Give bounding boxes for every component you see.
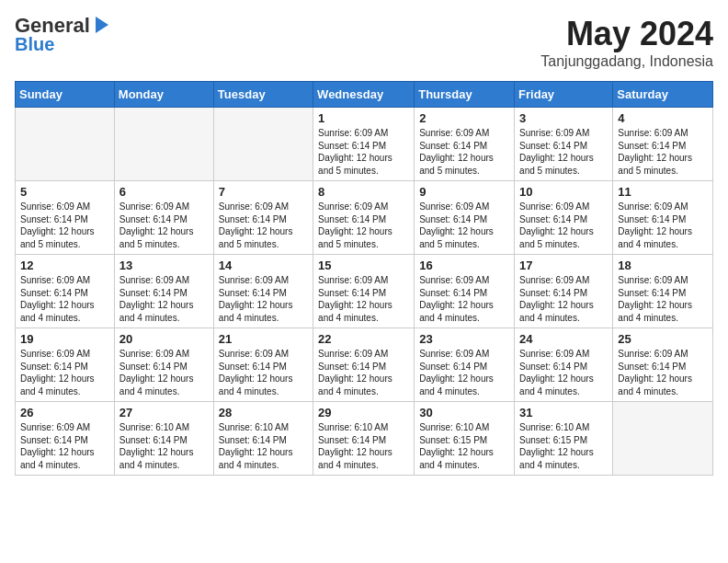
calendar-cell: 14Sunrise: 6:09 AM Sunset: 6:14 PM Dayli… [213,255,313,328]
day-number: 23 [419,332,509,346]
day-number: 31 [519,406,608,419]
calendar-week-2: 5Sunrise: 6:09 AM Sunset: 6:14 PM Daylig… [16,181,713,255]
day-number: 18 [618,259,708,272]
day-number: 3 [519,111,608,125]
weekday-header-saturday: Saturday [613,82,713,108]
day-info: Sunrise: 6:09 AM Sunset: 6:14 PM Dayligh… [20,201,109,250]
day-number: 4 [618,111,708,125]
calendar-cell: 13Sunrise: 6:09 AM Sunset: 6:14 PM Dayli… [114,255,213,328]
calendar-cell: 24Sunrise: 6:09 AM Sunset: 6:14 PM Dayli… [515,328,613,402]
day-info: Sunrise: 6:09 AM Sunset: 6:14 PM Dayligh… [119,201,209,250]
day-number: 14 [219,259,308,272]
weekday-header-tuesday: Tuesday [213,82,313,108]
calendar-cell: 11Sunrise: 6:09 AM Sunset: 6:14 PM Dayli… [613,181,713,255]
weekday-header-sunday: Sunday [16,82,115,108]
day-info: Sunrise: 6:09 AM Sunset: 6:14 PM Dayligh… [20,421,109,471]
day-number: 27 [119,406,209,419]
day-number: 7 [219,185,308,199]
calendar-cell: 20Sunrise: 6:09 AM Sunset: 6:14 PM Dayli… [114,328,213,402]
day-number: 13 [119,259,209,272]
day-info: Sunrise: 6:09 AM Sunset: 6:14 PM Dayligh… [119,348,209,397]
calendar-cell [613,402,713,476]
calendar-cell: 6Sunrise: 6:09 AM Sunset: 6:14 PM Daylig… [114,181,213,255]
calendar-cell [114,108,213,181]
calendar-cell: 21Sunrise: 6:09 AM Sunset: 6:14 PM Dayli… [213,328,313,402]
day-info: Sunrise: 6:09 AM Sunset: 6:14 PM Dayligh… [20,348,109,397]
calendar-week-5: 26Sunrise: 6:09 AM Sunset: 6:14 PM Dayli… [16,402,713,476]
day-info: Sunrise: 6:09 AM Sunset: 6:14 PM Dayligh… [318,127,409,177]
calendar-cell: 1Sunrise: 6:09 AM Sunset: 6:14 PM Daylig… [313,108,415,181]
calendar-cell: 18Sunrise: 6:09 AM Sunset: 6:14 PM Dayli… [613,255,713,328]
calendar-cell [213,108,313,181]
day-number: 15 [318,259,409,272]
day-info: Sunrise: 6:10 AM Sunset: 6:15 PM Dayligh… [419,421,509,471]
svg-marker-0 [96,17,108,33]
day-number: 19 [20,332,109,346]
day-info: Sunrise: 6:09 AM Sunset: 6:14 PM Dayligh… [618,274,708,324]
day-info: Sunrise: 6:09 AM Sunset: 6:14 PM Dayligh… [419,274,509,324]
day-info: Sunrise: 6:09 AM Sunset: 6:14 PM Dayligh… [519,127,608,177]
day-number: 9 [419,185,509,199]
calendar-cell: 9Sunrise: 6:09 AM Sunset: 6:14 PM Daylig… [415,181,515,255]
calendar-week-3: 12Sunrise: 6:09 AM Sunset: 6:14 PM Dayli… [16,255,713,328]
calendar-cell: 29Sunrise: 6:10 AM Sunset: 6:14 PM Dayli… [313,402,415,476]
day-number: 21 [219,332,308,346]
day-info: Sunrise: 6:09 AM Sunset: 6:14 PM Dayligh… [419,127,509,177]
calendar-cell: 26Sunrise: 6:09 AM Sunset: 6:14 PM Dayli… [16,402,115,476]
day-info: Sunrise: 6:09 AM Sunset: 6:14 PM Dayligh… [519,348,608,397]
day-number: 12 [20,259,109,272]
calendar-cell: 22Sunrise: 6:09 AM Sunset: 6:14 PM Dayli… [313,328,415,402]
calendar-cell: 5Sunrise: 6:09 AM Sunset: 6:14 PM Daylig… [16,181,115,255]
day-info: Sunrise: 6:09 AM Sunset: 6:14 PM Dayligh… [618,348,708,397]
day-number: 30 [419,406,509,419]
day-number: 8 [318,185,409,199]
calendar-cell [16,108,115,181]
calendar-week-4: 19Sunrise: 6:09 AM Sunset: 6:14 PM Dayli… [16,328,713,402]
day-info: Sunrise: 6:09 AM Sunset: 6:14 PM Dayligh… [219,348,308,397]
calendar-cell: 30Sunrise: 6:10 AM Sunset: 6:15 PM Dayli… [415,402,515,476]
day-info: Sunrise: 6:10 AM Sunset: 6:15 PM Dayligh… [519,421,608,471]
calendar-cell: 3Sunrise: 6:09 AM Sunset: 6:14 PM Daylig… [515,108,613,181]
page-header: General Blue May 2024 Tanjunggadang, Ind… [15,15,713,70]
calendar-table: SundayMondayTuesdayWednesdayThursdayFrid… [15,81,713,476]
day-info: Sunrise: 6:09 AM Sunset: 6:14 PM Dayligh… [519,201,608,250]
day-number: 2 [419,111,509,125]
calendar-cell: 28Sunrise: 6:10 AM Sunset: 6:14 PM Dayli… [213,402,313,476]
month-title: May 2024 [540,15,713,53]
calendar-cell: 12Sunrise: 6:09 AM Sunset: 6:14 PM Dayli… [16,255,115,328]
day-number: 17 [519,259,608,272]
day-info: Sunrise: 6:09 AM Sunset: 6:14 PM Dayligh… [20,274,109,324]
day-info: Sunrise: 6:09 AM Sunset: 6:14 PM Dayligh… [318,348,409,397]
calendar-cell: 2Sunrise: 6:09 AM Sunset: 6:14 PM Daylig… [415,108,515,181]
day-info: Sunrise: 6:09 AM Sunset: 6:14 PM Dayligh… [419,348,509,397]
calendar-cell: 8Sunrise: 6:09 AM Sunset: 6:14 PM Daylig… [313,181,415,255]
day-info: Sunrise: 6:09 AM Sunset: 6:14 PM Dayligh… [419,201,509,250]
day-number: 5 [20,185,109,199]
day-info: Sunrise: 6:09 AM Sunset: 6:14 PM Dayligh… [119,274,209,324]
day-number: 28 [219,406,308,419]
day-info: Sunrise: 6:10 AM Sunset: 6:14 PM Dayligh… [219,421,308,471]
weekday-header-thursday: Thursday [415,82,515,108]
weekday-header-friday: Friday [515,82,613,108]
day-info: Sunrise: 6:09 AM Sunset: 6:14 PM Dayligh… [618,201,708,250]
weekday-header-wednesday: Wednesday [313,82,415,108]
calendar-cell: 7Sunrise: 6:09 AM Sunset: 6:14 PM Daylig… [213,181,313,255]
logo-blue: Blue [15,34,110,55]
day-info: Sunrise: 6:09 AM Sunset: 6:14 PM Dayligh… [318,201,409,250]
location-title: Tanjunggadang, Indonesia [540,53,713,70]
calendar-cell: 10Sunrise: 6:09 AM Sunset: 6:14 PM Dayli… [515,181,613,255]
day-number: 1 [318,111,409,125]
calendar-header-row: SundayMondayTuesdayWednesdayThursdayFrid… [16,82,713,108]
day-info: Sunrise: 6:09 AM Sunset: 6:14 PM Dayligh… [219,201,308,250]
day-info: Sunrise: 6:09 AM Sunset: 6:14 PM Dayligh… [318,274,409,324]
calendar-cell: 31Sunrise: 6:10 AM Sunset: 6:15 PM Dayli… [515,402,613,476]
day-number: 10 [519,185,608,199]
day-number: 22 [318,332,409,346]
day-number: 24 [519,332,608,346]
day-number: 29 [318,406,409,419]
day-number: 6 [119,185,209,199]
calendar-cell: 25Sunrise: 6:09 AM Sunset: 6:14 PM Dayli… [613,328,713,402]
day-number: 26 [20,406,109,419]
weekday-header-monday: Monday [114,82,213,108]
day-info: Sunrise: 6:09 AM Sunset: 6:14 PM Dayligh… [618,127,708,177]
